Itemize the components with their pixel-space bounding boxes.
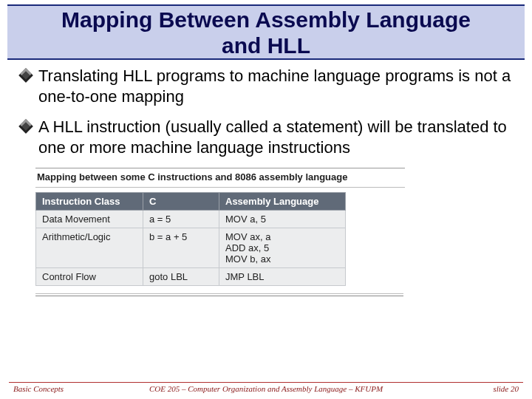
cell-assembly: MOV a, 5 (219, 211, 346, 228)
cell-c: b = a + 5 (143, 228, 219, 268)
table-header-row: Instruction Class C Assembly Language (36, 193, 346, 211)
footer-row: Basic Concepts COE 205 – Computer Organi… (0, 384, 532, 393)
bullet-text: Translating HLL programs to machine lang… (38, 66, 511, 106)
cell-assembly: JMP LBL (219, 268, 346, 286)
cell-c: goto LBL (143, 268, 219, 286)
cell-assembly: MOV ax, a ADD ax, 5 MOV b, ax (219, 228, 346, 268)
cell-instruction-class: Control Flow (36, 268, 143, 286)
bullet-text: A HLL instruction (usually called a stat… (38, 117, 511, 157)
th-c: C (143, 193, 219, 211)
bullet-item: A HLL instruction (usually called a stat… (21, 117, 511, 157)
table-row: Control Flow goto LBL JMP LBL (36, 268, 346, 286)
cell-instruction-class: Arithmetic/Logic (36, 228, 143, 268)
slide-footer: Basic Concepts COE 205 – Computer Organi… (0, 382, 532, 393)
table-row: Arithmetic/Logic b = a + 5 MOV ax, a ADD… (36, 228, 346, 268)
th-instruction-class: Instruction Class (36, 193, 143, 211)
slide-title-band: Mapping Between Assembly Language and HL… (7, 4, 525, 60)
bullet-item: Translating HLL programs to machine lang… (21, 66, 511, 106)
table-caption: Mapping between some C instructions and … (35, 168, 405, 188)
diamond-bullet-icon (18, 68, 33, 83)
mapping-table-area: Mapping between some C instructions and … (35, 168, 532, 296)
footer-slide-number: slide 20 (423, 384, 519, 393)
slide-title: Mapping Between Assembly Language and HL… (13, 7, 519, 58)
footer-section-name: Basic Concepts (13, 384, 109, 393)
th-assembly-language: Assembly Language (219, 193, 346, 211)
cell-c: a = 5 (143, 211, 219, 228)
cell-instruction-class: Data Movement (36, 211, 143, 228)
bullet-list: Translating HLL programs to machine lang… (21, 66, 511, 157)
table-bottom-rule (35, 293, 403, 296)
footer-rule (9, 382, 523, 383)
title-line-1: Mapping Between Assembly Language (61, 7, 471, 32)
mapping-table: Instruction Class C Assembly Language Da… (35, 192, 346, 286)
diamond-bullet-icon (18, 119, 33, 134)
footer-course-name: COE 205 – Computer Organization and Asse… (109, 384, 423, 393)
title-line-2: and HLL (222, 33, 310, 58)
table-row: Data Movement a = 5 MOV a, 5 (36, 211, 346, 228)
